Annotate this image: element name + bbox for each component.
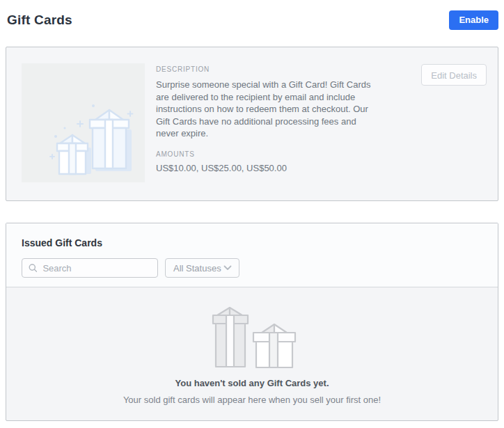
enable-button[interactable]: Enable bbox=[449, 10, 498, 30]
gift-boxes-illustration-blue-icon bbox=[49, 99, 137, 177]
search-box[interactable] bbox=[22, 258, 158, 278]
page-title: Gift Cards bbox=[7, 13, 72, 28]
filter-row: All Statuses bbox=[22, 258, 482, 278]
empty-state-subtitle: Your sold gift cards will appear here wh… bbox=[123, 395, 381, 405]
chevron-down-icon bbox=[223, 265, 232, 271]
page-header: Gift Cards Enable bbox=[0, 0, 504, 31]
issued-gift-cards-card: Issued Gift Cards All Statuses bbox=[6, 223, 498, 421]
search-input[interactable] bbox=[42, 263, 152, 274]
search-icon bbox=[29, 263, 37, 273]
description-label: DESCRIPTION bbox=[156, 65, 421, 73]
issued-gift-cards-empty-state: You haven't sold any Gift Cards yet. You… bbox=[6, 287, 498, 420]
description-text: Surprise someone special with a Gift Car… bbox=[156, 79, 377, 140]
edit-details-button[interactable]: Edit Details bbox=[421, 64, 487, 86]
empty-state-title: You haven't sold any Gift Cards yet. bbox=[175, 378, 329, 388]
status-filter-dropdown[interactable]: All Statuses bbox=[165, 258, 239, 278]
status-filter-value: All Statuses bbox=[173, 263, 221, 274]
gift-boxes-illustration-gray-icon bbox=[198, 306, 306, 369]
amounts-value: US$10.00, US$25.00, US$50.00 bbox=[156, 163, 421, 173]
issued-gift-cards-header: Issued Gift Cards All Statuses bbox=[6, 223, 498, 287]
amounts-label: AMOUNTS bbox=[156, 150, 421, 158]
gift-card-preview-image bbox=[22, 63, 145, 182]
gift-card-settings-card: DESCRIPTION Surprise someone special wit… bbox=[6, 47, 498, 201]
issued-gift-cards-title: Issued Gift Cards bbox=[22, 237, 482, 248]
gift-card-details: DESCRIPTION Surprise someone special wit… bbox=[156, 63, 421, 184]
